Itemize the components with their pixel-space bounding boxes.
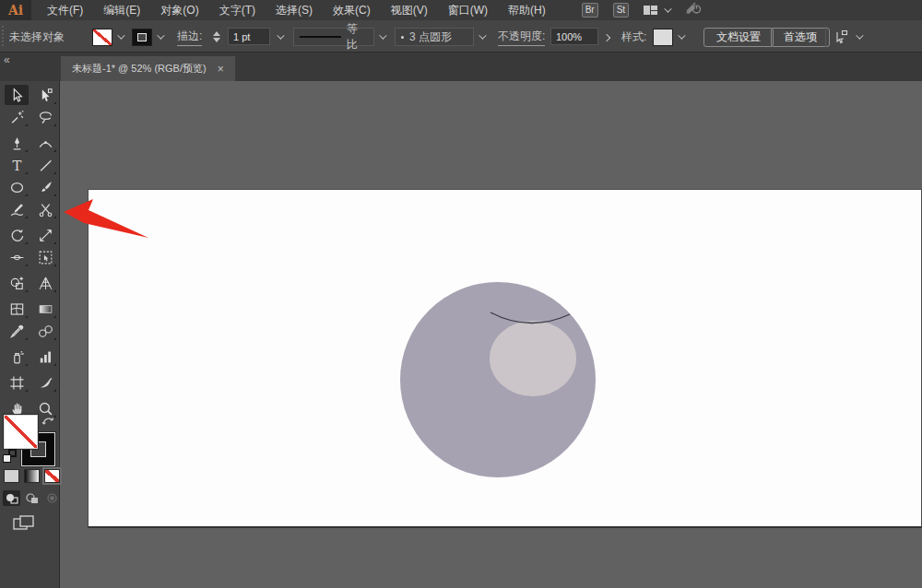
preferences-button[interactable]: 首选项: [771, 28, 830, 47]
small-circle-shape[interactable]: [490, 321, 576, 396]
pen-icon: [9, 135, 25, 151]
scale-icon: [38, 228, 53, 243]
shaper-pencil-icon: [9, 202, 25, 218]
none-button[interactable]: [44, 469, 60, 483]
gradient-button[interactable]: [24, 469, 40, 483]
swap-fill-stroke-button[interactable]: [41, 414, 55, 430]
stroke-color-control[interactable]: [132, 28, 166, 46]
style-control[interactable]: [653, 28, 687, 46]
tool-row: [0, 246, 59, 268]
chevron-down-icon[interactable]: [673, 29, 687, 46]
panel-grip[interactable]: [2, 26, 5, 46]
slice-tool[interactable]: [33, 372, 57, 393]
menu-effect[interactable]: 效果(C): [323, 0, 381, 20]
fill-color-control[interactable]: [92, 28, 126, 46]
width-icon: [9, 250, 25, 265]
stroke-weight-input[interactable]: [228, 28, 270, 45]
tool-row: [0, 224, 59, 246]
scale-tool[interactable]: [33, 225, 57, 245]
color-button[interactable]: [4, 469, 19, 483]
paintbrush-tool[interactable]: [33, 177, 57, 197]
menu-object[interactable]: 对象(O): [150, 0, 208, 20]
line-segment-tool[interactable]: [33, 155, 57, 175]
canvas-area[interactable]: [60, 81, 922, 588]
workspace-switcher[interactable]: [644, 6, 669, 15]
opacity-expand-arrow[interactable]: [599, 28, 613, 45]
rotate-icon: [9, 228, 25, 243]
document-tab[interactable]: 未标题-1* @ 52% (RGB/预览) ×: [61, 56, 235, 81]
chevron-down-icon[interactable]: [152, 29, 166, 46]
control-bar: 未选择对象 描边: 等比 3 点圆形 不透明度: 样式:: [0, 20, 922, 53]
tool-row: [0, 298, 59, 320]
menu-window[interactable]: 窗口(W): [438, 0, 498, 20]
menu-view[interactable]: 视图(V): [381, 0, 438, 20]
chevron-down-icon[interactable]: [112, 29, 126, 46]
blend-tool[interactable]: [33, 321, 57, 341]
stock-button[interactable]: St: [613, 3, 629, 18]
app-logo: Ai: [0, 0, 31, 20]
screen-mode-icon: [12, 514, 36, 533]
fill-indicator[interactable]: [4, 415, 38, 449]
shaper-pencil-tool[interactable]: [5, 199, 29, 219]
mesh-tool[interactable]: [5, 299, 29, 319]
brush-dropdown[interactable]: [474, 28, 488, 45]
gradient-icon: [38, 301, 53, 317]
select-similar-control[interactable]: [833, 28, 861, 46]
brush-label: 3 点圆形: [409, 29, 452, 45]
drawing-mode-buttons: [3, 490, 61, 506]
document-setup-button[interactable]: 文档设置: [703, 28, 774, 47]
column-graph-tool[interactable]: [33, 347, 57, 367]
stroke-weight-dropdown[interactable]: [272, 28, 286, 45]
stepper-up-icon[interactable]: [213, 31, 220, 36]
stroke-weight-stepper[interactable]: [213, 28, 223, 46]
perspective-grid-icon: [38, 276, 53, 291]
gpu-performance-button[interactable]: [684, 1, 702, 19]
artboard-tool[interactable]: [5, 372, 29, 393]
direct-selection-tool[interactable]: [33, 85, 57, 105]
draw-inside-mode-button[interactable]: [43, 490, 61, 506]
eyedropper-tool[interactable]: [5, 321, 29, 341]
gradient-tool[interactable]: [33, 299, 57, 319]
menu-help[interactable]: 帮助(H): [498, 0, 556, 20]
rotate-tool[interactable]: [5, 225, 29, 245]
menu-file[interactable]: 文件(F): [37, 0, 93, 20]
bridge-button[interactable]: Br: [582, 3, 598, 18]
brush-select[interactable]: 3 点圆形: [395, 28, 474, 46]
ellipse-tool[interactable]: [5, 177, 29, 197]
stroke-profile-dropdown[interactable]: [374, 28, 388, 45]
opacity-panel-link[interactable]: 不透明度:: [498, 28, 545, 46]
draw-behind-icon: [25, 492, 39, 504]
opacity-input[interactable]: [550, 28, 598, 45]
type-tool[interactable]: T: [5, 155, 29, 175]
close-tab-icon[interactable]: ×: [218, 64, 224, 75]
tool-grid: T: [0, 81, 59, 419]
draw-behind-mode-button[interactable]: [23, 490, 41, 506]
width-tool[interactable]: [5, 247, 29, 267]
scissors-eraser-icon: [38, 202, 53, 218]
artboard-icon: [9, 375, 25, 391]
symbol-sprayer-tool[interactable]: [5, 347, 29, 367]
magic-wand-tool[interactable]: [5, 107, 29, 127]
curvature-tool[interactable]: [33, 133, 57, 153]
menu-edit[interactable]: 编辑(E): [93, 0, 150, 20]
collapse-panel-icon[interactable]: «: [4, 53, 10, 66]
screen-mode-button[interactable]: [12, 514, 36, 536]
free-transform-tool[interactable]: [33, 247, 57, 267]
fill-stroke-indicators: [0, 411, 60, 588]
draw-normal-icon: [5, 492, 18, 504]
draw-normal-mode-button[interactable]: [3, 490, 20, 506]
free-transform-icon: [38, 250, 53, 265]
stroke-panel-link[interactable]: 描边:: [177, 28, 202, 46]
perspective-grid-tool[interactable]: [33, 273, 57, 293]
shape-builder-tool[interactable]: [5, 273, 29, 293]
menu-select[interactable]: 选择(S): [266, 0, 323, 20]
scissors-eraser-tool[interactable]: [33, 199, 57, 219]
menu-type[interactable]: 文字(T): [209, 0, 266, 20]
pen-tool[interactable]: [5, 133, 29, 153]
selection-tool[interactable]: [5, 85, 29, 105]
stepper-down-icon[interactable]: [213, 38, 220, 42]
lasso-tool[interactable]: [33, 107, 57, 127]
stroke-profile-select[interactable]: 等比: [293, 28, 374, 46]
tool-row: T: [0, 154, 59, 176]
default-fill-stroke-button[interactable]: [3, 449, 17, 463]
